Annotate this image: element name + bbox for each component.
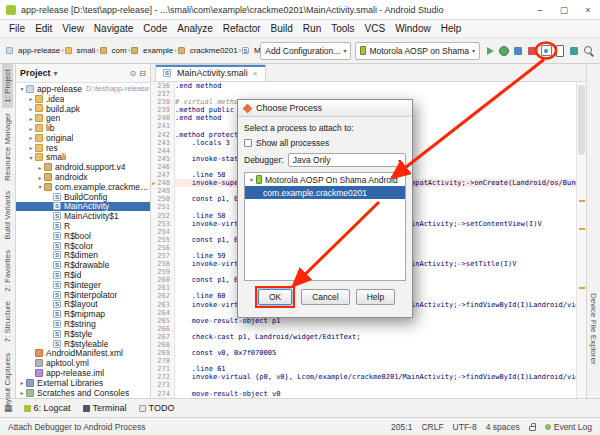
menu-help[interactable]: Help [436, 23, 467, 34]
code-line[interactable]: 270 [151, 357, 576, 365]
code-line[interactable]: 273 [151, 381, 576, 389]
code-line[interactable]: 266 [151, 325, 576, 333]
tree-item-r-id[interactable]: R$id [16, 270, 150, 280]
menu-window[interactable]: Window [390, 23, 436, 34]
tree-item-r-integer[interactable]: R$integer [16, 280, 150, 290]
show-all-processes-checkbox[interactable]: Show all processes [244, 138, 406, 148]
cancel-button[interactable]: Cancel [301, 289, 349, 305]
tree-item-r-bool[interactable]: R$bool [16, 231, 150, 241]
status-205-1[interactable]: 205:1 [391, 422, 412, 432]
tree-item-r-interpolator[interactable]: R$interpolator [16, 290, 150, 300]
status-4-spaces[interactable]: 4 spaces [486, 422, 520, 432]
tree-item-scratches-and-consoles[interactable]: ▸Scratches and Consoles [16, 388, 150, 398]
chevron-down-icon[interactable]: ▾ [54, 69, 58, 78]
editor-tab-mainactivity-smali[interactable]: MainActivity.smali × [155, 64, 266, 81]
tool-button-build-variants[interactable]: Build Variants [2, 186, 13, 245]
crumb-example[interactable]: example [131, 46, 173, 55]
crumb-smali[interactable]: smali [65, 46, 96, 55]
avd-manager-icon[interactable] [554, 44, 566, 58]
tree-item-androidmanifest-xml[interactable]: AndroidManifest.xml [16, 349, 150, 359]
help-button[interactable]: Help [356, 289, 395, 305]
tool-tab-6-logcat[interactable]: 6: Logcat [18, 399, 77, 417]
tree-item-r-dimen[interactable]: R$dimen [16, 251, 150, 261]
code-line[interactable]: 267 check-cast p1, Landroid/widget/EditT… [151, 333, 576, 341]
profile-icon[interactable] [512, 44, 524, 58]
menu-view[interactable]: View [57, 23, 89, 34]
menu-navigate[interactable]: Navigate [89, 23, 138, 34]
tree-item-original[interactable]: ▸original [16, 133, 150, 143]
debug-icon[interactable] [498, 44, 510, 58]
search-icon[interactable] [582, 44, 594, 58]
tree-item-r-style[interactable]: R$style [16, 329, 150, 339]
device-select[interactable]: Motorola AOSP on Shama ▾ [355, 42, 480, 60]
menu-vcs[interactable]: VCS [360, 23, 391, 34]
tree-item-lib[interactable]: ▸lib [16, 123, 150, 133]
menu-refactor[interactable]: Refactor [218, 23, 266, 34]
menu-code[interactable]: Code [138, 23, 172, 34]
tree-item-r-color[interactable]: R$color [16, 241, 150, 251]
event-log-button[interactable]: Event Log [545, 422, 592, 432]
crumb-app-release[interactable]: app-release [6, 46, 60, 55]
tree-item-androidx[interactable]: ▸androidx [16, 172, 150, 182]
project-panel-title[interactable]: Project [20, 68, 51, 78]
menu-file[interactable]: File [4, 23, 30, 34]
run-config-select[interactable]: Add Configuration... ▾ [260, 42, 351, 60]
editor-scrollbar[interactable] [576, 82, 586, 398]
dialog-titlebar[interactable]: Choose Process [238, 100, 412, 117]
tree-item-gen[interactable]: ▸gen [16, 113, 150, 123]
code-line[interactable]: 237 [151, 90, 576, 98]
close-button[interactable]: × [576, 0, 600, 19]
attach-debugger-icon[interactable] [540, 44, 552, 58]
tree-item-mainactivity-1[interactable]: MainActivity$1 [16, 211, 150, 221]
tool-button-layout-captures[interactable]: Layout Captures [2, 348, 13, 417]
menu-edit[interactable]: Edit [30, 23, 57, 34]
tool-tab-todo[interactable]: TODO [133, 399, 181, 417]
menu-analyze[interactable]: Analyze [172, 23, 218, 34]
code-line[interactable]: 271 .line 61 [151, 365, 576, 373]
scrollbar-thumb[interactable] [578, 85, 585, 155]
tool-button-resource-manager[interactable]: Resource Manager [2, 108, 13, 186]
device-node[interactable]: ▾ Motorola AOSP On Shama Android [245, 173, 405, 186]
tree-item-com-example-crackme0201[interactable]: ▾com.example.crackme0201 [16, 182, 150, 192]
tree-item-apktool-yml[interactable]: apktool.yml [16, 358, 150, 368]
maximize-button[interactable]: ▢ [552, 0, 576, 19]
crumb-crackme0201[interactable]: crackme0201 [178, 46, 238, 55]
tree-item-android-support-v4[interactable]: ▸android.support.v4 [16, 162, 150, 172]
menu-run[interactable]: Run [298, 23, 326, 34]
tree-item-buildconfig[interactable]: BuildConfig [16, 192, 150, 202]
menu-tools[interactable]: Tools [326, 23, 359, 34]
status-utf-8[interactable]: UTF-8 [453, 422, 477, 432]
tree-item-app-release-iml[interactable]: app-release.iml [16, 368, 150, 378]
lock-icon[interactable] [529, 426, 536, 431]
tree-item-mainactivity[interactable]: MainActivity [16, 202, 150, 212]
code-line[interactable]: 236.end method [151, 82, 576, 90]
stop-icon[interactable] [526, 44, 538, 58]
close-icon[interactable]: × [253, 69, 258, 78]
tree-item-build-apk[interactable]: ▸build.apk [16, 104, 150, 114]
menu-build[interactable]: Build [266, 23, 298, 34]
tree-item-r-mipmap[interactable]: R$mipmap [16, 309, 150, 319]
tree-item-r-layout[interactable]: R$layout [16, 300, 150, 310]
tree-item-res[interactable]: ▸res [16, 143, 150, 153]
tool-button-7-structure[interactable]: 7: Structure [2, 296, 13, 347]
tool-tab-terminal[interactable]: Terminal [77, 399, 133, 417]
tree-item-app-release[interactable]: ▾app-releaseD:\test\app-release [16, 84, 150, 94]
minimize-button[interactable]: – [528, 0, 552, 19]
tree-item-external-libraries[interactable]: ▸External Libraries [16, 378, 150, 388]
tool-button-2-favorites[interactable]: 2: Favorites [2, 245, 13, 297]
debugger-select[interactable]: Java Only ▾ [288, 153, 406, 167]
collapse-all-icon[interactable]: ⊟ [139, 69, 146, 78]
tree-item-r-drawable[interactable]: R$drawable [16, 260, 150, 270]
code-line[interactable]: 274 move-result-object v0 [151, 390, 576, 398]
crumb-mainactivity-smali[interactable]: MainActivity.smali [242, 46, 260, 55]
code-line[interactable]: 268 [151, 341, 576, 349]
tree-item-r-styleable[interactable]: R$styleable [16, 339, 150, 349]
tree-item-r-string[interactable]: R$string [16, 319, 150, 329]
tool-button-1-project[interactable]: 1: Project [2, 64, 13, 108]
tree-item-smali[interactable]: ▾smali [16, 153, 150, 163]
ok-button[interactable]: OK [258, 289, 292, 305]
gear-icon[interactable]: ⊙ [130, 69, 137, 78]
tree-item-idea[interactable]: ▸.idea [16, 94, 150, 104]
sdk-manager-icon[interactable] [568, 44, 580, 58]
code-line[interactable]: 272 invoke-virtual {p0, v0}, Lcom/exampl… [151, 373, 576, 381]
